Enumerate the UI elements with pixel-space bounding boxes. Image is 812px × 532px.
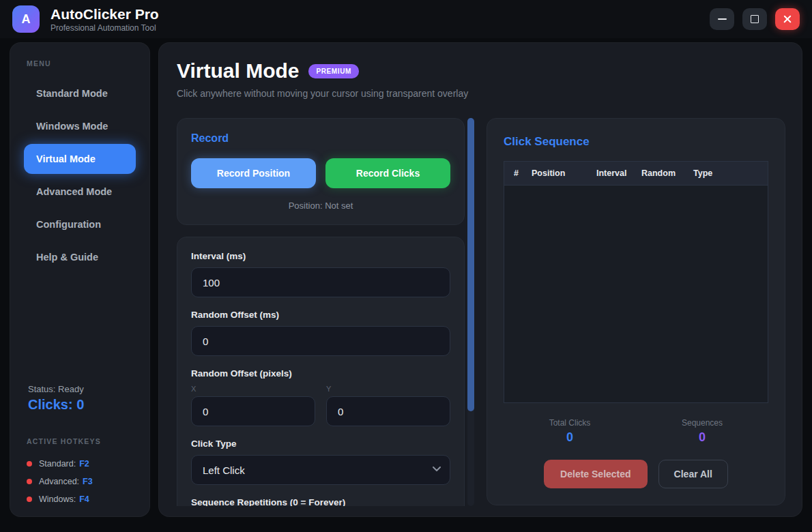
- sidebar-item-windows-mode[interactable]: Windows Mode: [24, 111, 136, 141]
- red-dot-icon: [27, 461, 32, 467]
- column-header-type: Type: [693, 168, 768, 178]
- sequences-stat: Sequences 0: [636, 418, 768, 445]
- main-content: Record Record Position Record Clicks Pos…: [177, 118, 785, 506]
- total-clicks-stat: Total Clicks 0: [504, 418, 636, 445]
- app-logo-letter: A: [22, 12, 31, 27]
- click-sequence-heading: Click Sequence: [504, 135, 768, 149]
- page-subtitle: Click anywhere without moving your curso…: [177, 88, 468, 99]
- status-text: Status: Ready: [28, 384, 136, 394]
- scrollbar-thumb[interactable]: [467, 118, 474, 411]
- maximize-button[interactable]: [742, 8, 767, 30]
- premium-badge: PREMIUM: [308, 64, 358, 78]
- status-block: Status: Ready Clicks: 0: [24, 384, 136, 413]
- hotkey-key: F4: [79, 494, 89, 504]
- sidebar-item-configuration[interactable]: Configuration: [24, 209, 136, 239]
- column-header-number: #: [504, 168, 532, 178]
- hotkey-name: Standard:: [39, 459, 76, 469]
- hotkey-name: Advanced:: [39, 477, 79, 486]
- click-type-select[interactable]: [191, 455, 450, 485]
- offset-y-input[interactable]: [326, 396, 450, 426]
- red-dot-icon: [27, 497, 32, 502]
- minimize-icon: [718, 18, 727, 20]
- position-status: Position: Not set: [191, 201, 450, 211]
- close-icon: [783, 14, 792, 24]
- title-bar: A AutoClicker Pro Professional Automatio…: [0, 0, 812, 38]
- y-label: Y: [326, 385, 450, 393]
- hotkey-key: F2: [79, 459, 89, 469]
- app-title: AutoClicker Pro: [50, 6, 159, 23]
- sequence-column: Click Sequence # Position Interval Rando…: [487, 118, 785, 506]
- sequence-stats: Total Clicks 0 Sequences 0: [504, 418, 768, 445]
- x-label: X: [191, 385, 315, 393]
- scrollbar-track[interactable]: [467, 118, 474, 506]
- sidebar-item-standard-mode[interactable]: Standard Mode: [24, 78, 136, 108]
- column-header-random: Random: [641, 168, 693, 178]
- close-button[interactable]: [775, 8, 800, 30]
- delete-selected-button[interactable]: Delete Selected: [544, 460, 648, 488]
- app-logo: A: [12, 5, 40, 33]
- sequence-table-header: # Position Interval Random Type: [504, 162, 768, 186]
- random-offset-ms-input[interactable]: [191, 326, 450, 356]
- record-position-button[interactable]: Record Position: [191, 158, 316, 188]
- app-subtitle: Professional Automation Tool: [50, 23, 159, 33]
- hotkeys-section-label: ACTIVE HOTKEYS: [24, 437, 136, 445]
- click-type-label: Click Type: [191, 439, 450, 449]
- column-header-interval: Interval: [596, 168, 641, 178]
- clear-all-button[interactable]: Clear All: [658, 460, 728, 488]
- random-offset-px-label: Random Offset (pixels): [191, 368, 450, 379]
- record-card: Record Record Position Record Clicks Pos…: [177, 118, 465, 225]
- interval-input[interactable]: [191, 267, 450, 297]
- total-clicks-value: 0: [504, 430, 636, 445]
- menu-section-label: MENU: [27, 59, 136, 68]
- sidebar-item-advanced-mode[interactable]: Advanced Mode: [24, 177, 136, 207]
- record-clicks-button[interactable]: Record Clicks: [325, 158, 450, 188]
- offset-x-input[interactable]: [191, 396, 315, 426]
- window-controls: [710, 8, 800, 30]
- column-header-position: Position: [532, 168, 596, 178]
- settings-column: Record Record Position Record Clicks Pos…: [177, 118, 465, 506]
- sidebar-item-help-guide[interactable]: Help & Guide: [24, 242, 136, 272]
- sequences-label: Sequences: [636, 418, 768, 428]
- clicks-counter: Clicks: 0: [28, 397, 136, 413]
- hotkey-standard: Standard: F2: [24, 459, 136, 469]
- minimize-button[interactable]: [710, 8, 734, 30]
- random-offset-ms-label: Random Offset (ms): [191, 310, 450, 320]
- repetitions-label: Sequence Repetitions (0 = Forever): [191, 497, 450, 506]
- page-title: Virtual Mode: [177, 59, 299, 83]
- sequence-table: # Position Interval Random Type: [504, 161, 768, 403]
- settings-card: Interval (ms) Random Offset (ms) Random …: [177, 237, 465, 506]
- record-heading: Record: [191, 132, 450, 145]
- app-titles: AutoClicker Pro Professional Automation …: [50, 6, 159, 33]
- maximize-icon: [751, 15, 759, 23]
- hotkey-advanced: Advanced: F3: [24, 477, 136, 486]
- main-panel: Virtual Mode PREMIUM Click anywhere with…: [158, 42, 802, 517]
- hotkey-key: F3: [83, 477, 93, 486]
- red-dot-icon: [27, 479, 32, 484]
- page-header: Virtual Mode PREMIUM Click anywhere with…: [177, 59, 468, 99]
- hotkey-name: Windows:: [39, 494, 76, 504]
- sequence-buttons: Delete Selected Clear All: [504, 460, 768, 488]
- click-sequence-card: Click Sequence # Position Interval Rando…: [487, 118, 785, 505]
- interval-label: Interval (ms): [191, 251, 450, 261]
- total-clicks-label: Total Clicks: [504, 418, 636, 428]
- hotkey-windows: Windows: F4: [24, 494, 136, 504]
- sidebar: MENU Standard Mode Windows Mode Virtual …: [10, 42, 150, 517]
- sidebar-item-virtual-mode[interactable]: Virtual Mode: [24, 144, 136, 174]
- sequences-value: 0: [636, 430, 768, 445]
- sequence-table-body[interactable]: [504, 186, 768, 402]
